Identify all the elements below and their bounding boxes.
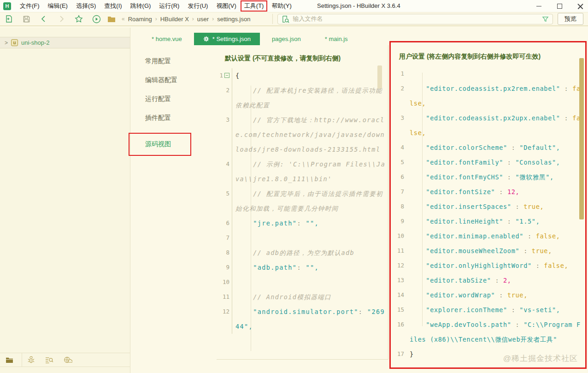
files-panel-icon[interactable]: [0, 353, 22, 367]
token: true,: [532, 247, 552, 255]
user-panel-scrollbar[interactable]: [579, 58, 584, 219]
new-file-icon[interactable]: [0, 15, 18, 23]
settings-nav-item-active[interactable]: 源码视图: [145, 140, 171, 148]
code-line[interactable]: 1: [391, 66, 585, 81]
search-results-icon[interactable]: [40, 353, 59, 367]
default-settings-panel: 默认设置 (不可直接修改，请复制到右侧) 1{2 // 配置本机jre安装路径，…: [217, 45, 388, 360]
user-settings-panel: 用户设置 (将左侧内容复制到右侧并修改即可生效) 12 "editor.code…: [389, 41, 587, 369]
minimize-icon[interactable]: [536, 3, 542, 9]
line-text: "editor.onlyHighlightWord" : false,: [406, 258, 585, 273]
close-icon[interactable]: [577, 3, 583, 9]
code-line[interactable]: 2 "editor.codeassist.px2rem.enabel" : fa…: [391, 81, 585, 111]
breadcrumb-separator-icon: ›: [212, 16, 214, 22]
code-line[interactable]: 6 "editor.fontFmyCHS" : "微软雅黑",: [391, 170, 585, 184]
menu-item[interactable]: 工具(T): [241, 0, 268, 12]
code-line: 12 "android.simulator.port": "26944",: [217, 304, 388, 334]
tab-label: pages.json: [272, 36, 301, 42]
code-line: 9 "adb.path": "",: [217, 260, 388, 275]
bookmark-star-icon[interactable]: [70, 15, 88, 23]
code-line[interactable]: 4 "editor.colorScheme" : "Default",: [391, 140, 585, 155]
code-line[interactable]: 5 "editor.fontFamily" : "Consolas",: [391, 155, 585, 170]
menu-item[interactable]: 发行(U): [183, 0, 212, 12]
app-logo-icon: H: [3, 2, 11, 10]
code-line: 6 "jre.path": "",: [217, 216, 388, 231]
project-tree-item[interactable]: > u uni-shop-2: [0, 37, 130, 48]
token: :: [503, 218, 515, 225]
menu-item[interactable]: 视图(V): [212, 0, 240, 12]
line-text: // 配置本机jre安装路径，语法提示功能依赖此配置: [232, 83, 388, 112]
line-text: "explorer.iconTheme" : "vs-seti",: [406, 302, 585, 317]
code-line[interactable]: 10 "editor.minimap.enabled" : false,: [391, 229, 585, 243]
sidebar-bottom-toolbar: [0, 353, 130, 367]
user-settings-code[interactable]: 12 "editor.codeassist.px2rem.enabel" : f…: [391, 66, 585, 367]
settings-nav-item[interactable]: 编辑器配置: [145, 76, 217, 84]
code-line: 3 // 官方下载地址：http://www.oracle.com/techne…: [217, 112, 388, 157]
line-text: [406, 66, 585, 81]
token: :: [491, 277, 503, 284]
code-line[interactable]: 7 "editor.fontSize" : 12,: [391, 184, 585, 199]
token: "vs-seti",: [519, 306, 560, 314]
code-line[interactable]: 15 "explorer.iconTheme" : "vs-seti",: [391, 302, 585, 317]
line-number: 17: [391, 347, 406, 361]
default-panel-scrollbar[interactable]: [377, 65, 382, 89]
chevron-right-icon[interactable]: >: [5, 40, 8, 46]
tab-label: * home.vue: [152, 36, 182, 42]
code-line[interactable]: 8 "editor.insertSpaces" : true,: [391, 199, 585, 214]
code-line[interactable]: 14 "editor.wordWrap" : true,: [391, 288, 585, 302]
menu-item[interactable]: 帮助(Y): [267, 0, 295, 12]
back-icon[interactable]: [35, 15, 53, 23]
file-search-input[interactable]: 输入文件名: [277, 14, 553, 24]
folder-icon: [105, 16, 118, 23]
breadcrumb-item[interactable]: HBuilder X: [160, 16, 189, 23]
token: :: [512, 203, 523, 210]
save-icon[interactable]: [18, 15, 35, 23]
line-text: "editor.fontFmyCHS" : "微软雅黑",: [406, 170, 585, 184]
code-line[interactable]: 3 "editor.codeassist.px2upx.enabel" : fa…: [391, 111, 585, 140]
line-number: 14: [391, 288, 406, 302]
code-line[interactable]: 13 "editor.tabSize" : 2,: [391, 273, 585, 288]
filter-funnel-icon[interactable]: [542, 16, 549, 23]
token: :: [495, 291, 507, 299]
breadcrumb-item[interactable]: Roaming: [128, 16, 152, 23]
token: "editor.wordWrap": [426, 291, 495, 299]
token: :: [519, 247, 531, 255]
tab-home.vue[interactable]: * home.vue: [140, 33, 194, 45]
web-cloud-icon[interactable]: [59, 353, 77, 367]
debug-bug-icon[interactable]: [22, 353, 40, 367]
code-line[interactable]: 16 "weApp.devTools.path" : "C:\\Program …: [391, 317, 585, 347]
code-line: 7: [217, 231, 388, 245]
tab-pages.json[interactable]: pages.json: [260, 33, 313, 45]
tab-settings.json[interactable]: * Settings.json: [194, 33, 260, 45]
editor-content: * home.vue* Settings.jsonpages.json* mai…: [130, 28, 588, 373]
line-text: "editor.tabSize" : 2,: [406, 273, 585, 288]
forward-icon[interactable]: [53, 15, 70, 23]
code-line[interactable]: 12 "editor.onlyHighlightWord" : false,: [391, 258, 585, 273]
token: [410, 159, 426, 166]
code-line: 11 // Android模拟器端口: [217, 290, 388, 304]
menu-item[interactable]: 编辑(E): [44, 0, 72, 12]
breadcrumb-item[interactable]: settings.json: [217, 16, 250, 23]
run-icon[interactable]: [88, 15, 105, 24]
breadcrumb-item[interactable]: user: [197, 16, 209, 23]
token: [410, 203, 426, 210]
project-name: uni-shop-2: [21, 39, 49, 46]
menu-item[interactable]: 查找(I): [100, 0, 126, 12]
tab-main.js[interactable]: * main.js: [313, 33, 360, 45]
settings-nav-item[interactable]: 常用配置: [145, 57, 217, 65]
token: :: [503, 159, 515, 166]
fold-collapse-icon[interactable]: [224, 73, 229, 78]
line-text: "editor.lineHeight" : "1.5",: [406, 214, 585, 229]
code-line[interactable]: 9 "editor.lineHeight" : "1.5",: [391, 214, 585, 229]
menu-item[interactable]: 选择(S): [72, 0, 100, 12]
settings-nav-item[interactable]: 运行配置: [145, 95, 217, 103]
default-settings-code[interactable]: 1{2 // 配置本机jre安装路径，语法提示功能依赖此配置3 // 官方下载地…: [217, 68, 388, 359]
menu-item[interactable]: 运行(R): [155, 0, 183, 12]
token: :: [507, 306, 519, 314]
settings-nav-item[interactable]: 插件配置: [145, 114, 217, 122]
menu-item[interactable]: 文件(F): [16, 0, 44, 12]
token: false,: [536, 232, 560, 240]
maximize-icon[interactable]: [557, 3, 563, 9]
preview-button[interactable]: 预览: [558, 13, 583, 25]
code-line[interactable]: 11 "editor.mouseWheelZoom" : true,: [391, 243, 585, 258]
menu-item[interactable]: 跳转(G): [126, 0, 155, 12]
